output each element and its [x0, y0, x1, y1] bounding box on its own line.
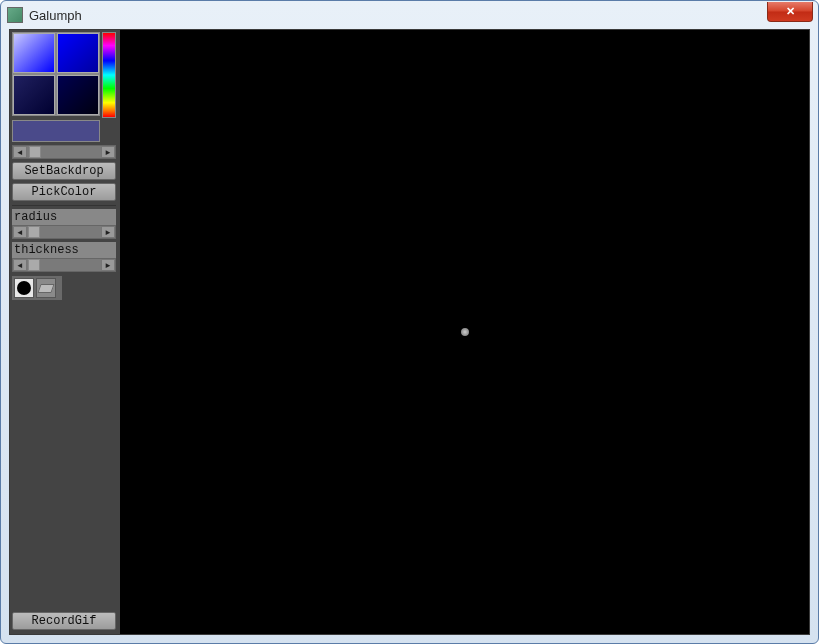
brush-icon — [17, 281, 31, 295]
color-gradient-grid[interactable] — [12, 32, 100, 116]
eraser-icon — [37, 284, 54, 293]
color-gradient-quadrant[interactable] — [13, 75, 55, 115]
thickness-slider[interactable]: ◄ ► — [12, 258, 116, 272]
scroll-track[interactable] — [27, 259, 101, 271]
hue-slider[interactable] — [102, 32, 116, 118]
close-button[interactable]: ✕ — [767, 2, 813, 22]
scroll-thumb[interactable] — [28, 259, 40, 271]
close-icon: ✕ — [786, 5, 795, 18]
scroll-left-icon[interactable]: ◄ — [13, 259, 27, 271]
scroll-thumb[interactable] — [29, 146, 41, 158]
scroll-right-icon[interactable]: ► — [101, 259, 115, 271]
eraser-tool[interactable] — [36, 278, 56, 298]
titlebar[interactable]: Galumph ✕ — [1, 1, 818, 29]
brush-tool[interactable] — [14, 278, 34, 298]
color-gradient-quadrant[interactable] — [13, 33, 55, 73]
sidebar: ◄ ► SetBackdrop PickColor radius ◄ ► thi… — [10, 30, 120, 634]
color-picker — [12, 32, 118, 118]
color-scrollbar[interactable]: ◄ ► — [12, 145, 116, 159]
color-gradient-quadrant[interactable] — [57, 33, 99, 73]
scroll-left-icon[interactable]: ◄ — [13, 226, 27, 238]
window-title: Galumph — [29, 8, 82, 23]
sidebar-spacer — [12, 300, 118, 609]
scroll-track[interactable] — [27, 146, 101, 158]
radius-slider[interactable]: ◄ ► — [12, 225, 116, 239]
drawing-canvas[interactable] — [120, 30, 809, 634]
tool-palette — [12, 276, 62, 300]
pick-color-button[interactable]: PickColor — [12, 183, 116, 201]
set-backdrop-button[interactable]: SetBackdrop — [12, 162, 116, 180]
scroll-right-icon[interactable]: ► — [101, 146, 115, 158]
scroll-left-icon[interactable]: ◄ — [13, 146, 27, 158]
app-icon — [7, 7, 23, 23]
scroll-right-icon[interactable]: ► — [101, 226, 115, 238]
thickness-label: thickness — [12, 242, 116, 258]
scroll-thumb[interactable] — [28, 226, 40, 238]
current-color-swatch[interactable] — [12, 120, 100, 142]
radius-label: radius — [12, 209, 116, 225]
app-window: Galumph ✕ ◄ ► — [0, 0, 819, 644]
client-area: ◄ ► SetBackdrop PickColor radius ◄ ► thi… — [9, 29, 810, 635]
record-gif-button[interactable]: RecordGif — [12, 612, 116, 630]
brush-cursor — [461, 328, 469, 336]
divider — [12, 205, 116, 206]
scroll-track[interactable] — [27, 226, 101, 238]
color-gradient-quadrant[interactable] — [57, 75, 99, 115]
